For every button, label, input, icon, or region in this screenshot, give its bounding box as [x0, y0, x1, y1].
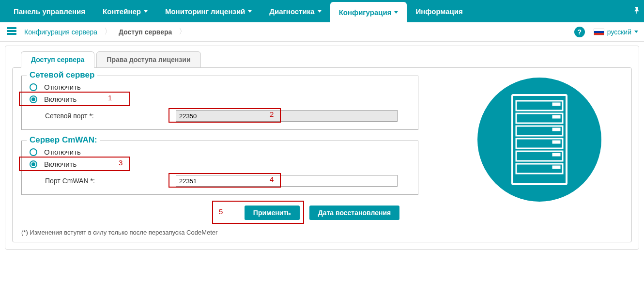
svg-rect-8: [553, 116, 560, 118]
content-panel: Сетевой сервер Отключить Включить Сетево…: [12, 67, 632, 242]
help-icon[interactable]: ?: [574, 27, 585, 37]
chevron-down-icon: [248, 10, 252, 13]
nav-configuration-label: Конфигурация: [339, 8, 392, 16]
svg-rect-16: [553, 166, 560, 168]
language-label: русский: [607, 28, 631, 36]
footnote: (*) Изменения вступят в силу только посл…: [21, 229, 623, 236]
restore-button[interactable]: Дата восстановления: [309, 206, 399, 220]
fieldset-cmwan: Сервер CmWAN: Отключить Включить Порт Cm…: [21, 141, 418, 195]
nav-diagnostics[interactable]: Диагностика: [261, 0, 330, 22]
annotation-number-4: 4: [270, 175, 274, 183]
nav-license-monitoring-label: Мониторинг лицензий: [165, 7, 245, 16]
annotation-box-3: [19, 157, 130, 171]
svg-rect-1: [7, 30, 16, 32]
radio-label: Отключить: [44, 83, 81, 91]
breadcrumb-root[interactable]: Конфигурация сервера: [17, 28, 104, 36]
pin-icon[interactable]: [632, 6, 641, 15]
nav-dashboard[interactable]: Панель управления: [5, 0, 94, 22]
svg-rect-12: [553, 141, 560, 143]
breadcrumb-current: Доступ сервера: [112, 28, 179, 36]
svg-rect-14: [553, 154, 560, 156]
fieldset-network-server: Сетевой сервер Отключить Включить Сетево…: [21, 76, 418, 130]
cmwan-port-label: Порт CmWAN *:: [45, 177, 176, 185]
radio-label: Отключить: [44, 148, 81, 156]
svg-rect-10: [553, 128, 560, 130]
radio-icon: [30, 148, 37, 156]
chevron-down-icon: [634, 31, 638, 33]
annotation-number-5: 5: [219, 207, 223, 216]
flag-ru-icon: [594, 29, 604, 35]
breadcrumb-separator: 〉: [104, 27, 112, 37]
server-icon: [6, 25, 17, 38]
chevron-down-icon: [318, 10, 322, 13]
radio-icon: [30, 83, 37, 91]
nav-dashboard-label: Панель управления: [14, 7, 85, 16]
nav-container[interactable]: Контейнер: [94, 0, 156, 22]
top-nav: Панель управления Контейнер Мониторинг л…: [0, 0, 644, 22]
annotation-number-1: 1: [108, 94, 112, 102]
breadcrumb-separator: 〉: [179, 27, 186, 37]
breadcrumb-bar: Конфигурация сервера 〉 Доступ сервера 〉 …: [0, 22, 644, 42]
svg-rect-0: [7, 27, 16, 29]
tabs: Доступ сервера Права доступа лицензии: [21, 51, 632, 67]
tab-license-rights[interactable]: Права доступа лицензии: [96, 51, 200, 68]
annotation-box-1: [19, 92, 130, 106]
network-port-label: Сетевой порт *:: [45, 112, 176, 120]
svg-rect-2: [7, 33, 16, 35]
nav-license-monitoring[interactable]: Мониторинг лицензий: [156, 0, 261, 22]
nav-container-label: Контейнер: [103, 7, 141, 16]
nav-configuration[interactable]: Конфигурация: [330, 2, 407, 22]
svg-rect-6: [553, 103, 560, 105]
legend-network-server: Сетевой сервер: [27, 70, 97, 80]
annotation-number-2: 2: [270, 110, 274, 118]
server-illustration: [476, 77, 602, 203]
nav-information[interactable]: Информация: [407, 0, 471, 22]
annotation-number-3: 3: [119, 158, 123, 167]
annotation-box-5: [212, 201, 304, 224]
chevron-down-icon: [144, 10, 148, 13]
tab-server-access[interactable]: Доступ сервера: [21, 51, 94, 68]
svg-point-3: [477, 78, 601, 202]
annotation-box-2: [169, 108, 281, 123]
legend-cmwan: Сервер CmWAN:: [27, 135, 100, 145]
button-row: Применить Дата восстановления 5: [21, 206, 623, 220]
nav-diagnostics-label: Диагностика: [269, 7, 314, 16]
annotation-box-4: [169, 173, 281, 188]
language-selector[interactable]: русский: [594, 28, 638, 36]
nav-information-label: Информация: [415, 7, 462, 16]
chevron-down-icon: [394, 11, 398, 14]
